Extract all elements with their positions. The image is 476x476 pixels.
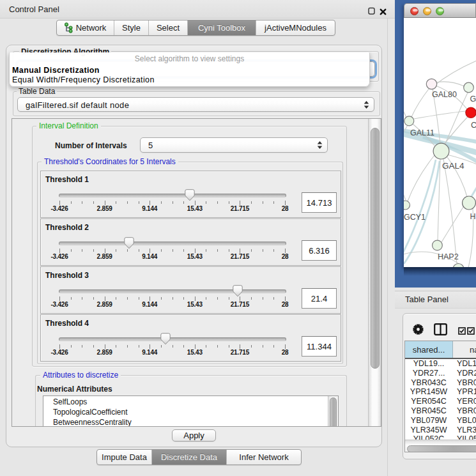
close-panel-icon[interactable] [380,6,387,18]
network-node-label: C [471,121,476,130]
tab-jactivemnodules[interactable]: jActiveMNodules [256,20,335,35]
slider-tick [240,249,240,253]
zoom-window-icon[interactable] [436,7,444,15]
table-horizontal-scrollbar[interactable] [405,440,476,452]
slider-track[interactable] [59,242,286,245]
gear-icon[interactable] [413,324,424,337]
attribute-item[interactable]: TopologicalCoefficient [53,408,128,417]
slider-tick [285,249,286,253]
H-node[interactable] [463,196,476,210]
slider-tick [273,201,274,204]
slider-tick-label: 28 [282,301,289,308]
slider-tick-label: 21.715 [231,205,249,212]
HAP2-node[interactable] [433,240,443,250]
table-row[interactable]: YDR27...YDR277C [405,369,476,378]
threshold-panel: Threshold 1-3.4262.8599.14415.4321.71528… [40,171,341,218]
table-header-row: shared... name [405,341,476,359]
slider-thumb[interactable] [185,189,195,204]
slider-tick [82,249,82,252]
red-node[interactable] [466,107,476,118]
slider-tick-label: -3.426 [50,349,68,356]
checkbox-checked-icon[interactable] [458,326,466,337]
network-node-label: GAL4 [442,161,464,171]
attribute-item[interactable]: SelfLoops [53,397,87,406]
number-of-intervals-combobox[interactable]: 5 [140,137,328,153]
GCY1-node[interactable] [404,201,410,210]
table-header-shared-name[interactable]: shared... [405,341,453,358]
GAL11-node[interactable] [404,116,414,126]
slider-tick [116,345,116,348]
table-header-name[interactable]: name [453,341,476,358]
slider-thumb[interactable] [160,333,171,348]
GAL-top-node[interactable] [464,82,474,93]
settings-vertical-scrollbar[interactable] [368,119,381,426]
network-edge[interactable] [404,109,406,118]
slider-tick [161,249,162,252]
network-edge[interactable] [404,192,406,200]
attribute-item[interactable]: BetweennessCentrality [53,418,132,427]
network-edge[interactable] [443,159,457,264]
attributes-list-scrollbar-thumb[interactable] [330,397,337,427]
algorithm-popup-item[interactable]: Manual Discretization [12,66,100,75]
network-node-label: GAL80 [432,90,457,99]
slider-tick-label: 28 [282,253,289,260]
slider-track[interactable] [59,289,286,293]
table-data-combobox[interactable]: galFiltered.sif default node [17,97,374,112]
algorithm-popup-item[interactable]: Equal Width/Frequency Discretization [12,75,155,84]
close-window-icon[interactable] [410,7,418,15]
table-row[interactable]: YBR045CYBR045C [405,406,476,416]
table-panel-card: shared... name YDL19...YDL194WYDR27...YD… [403,313,476,459]
threshold-value-field[interactable]: 14.713 [302,192,337,213]
settings-vertical-scrollbar-thumb[interactable] [371,128,380,369]
table-row[interactable]: YPR145WYPR145W [405,387,476,397]
tab-impute-data[interactable]: Impute Data [97,450,151,464]
slider-tick [217,201,218,204]
tab-discretize-data[interactable]: Discretize Data [151,450,226,464]
apply-button[interactable]: Apply [172,429,216,441]
tab-label: Select [157,23,180,33]
checkbox-checked-icon[interactable] [467,326,475,337]
table-cell-shared-name: YDL19... [405,359,452,368]
table-cell-shared-name: YBR045C [405,406,452,415]
minimize-window-icon[interactable] [423,7,431,15]
table-horizontal-scrollbar-thumb[interactable] [407,445,476,452]
network-edge[interactable] [441,207,463,242]
network-edge[interactable] [414,111,466,119]
slider-tick [173,297,173,300]
table-row[interactable]: YLR345WYLR345W [405,426,476,435]
slider-thumb[interactable] [233,285,243,300]
tab-select[interactable]: Select [148,20,187,35]
network-canvas[interactable]: GAL80GACGAL11GAL4GCY1HHAP2 [404,18,476,267]
network-edge[interactable] [411,88,429,117]
table-cell-shared-name: YBR043C [405,378,452,387]
GAL80-node[interactable] [426,79,436,89]
slider-track[interactable] [59,194,286,197]
tab-cyni-toolbox[interactable]: Cyni Toolbox [187,20,256,35]
attributes-list-scrollbar[interactable] [328,396,338,427]
network-edge[interactable] [436,82,464,86]
table-row[interactable]: YER054CYER054C [405,397,476,406]
network-tree-icon [65,22,73,33]
table-cell-name: YBR045C [457,406,476,415]
threshold-value-field[interactable]: 6.316 [302,240,337,261]
tab-label: Cyni Toolbox [198,23,245,33]
combo-stepper-icon [364,101,369,109]
float-panel-icon[interactable] [368,6,375,17]
threshold-value-field[interactable]: 11.344 [302,336,337,357]
numerical-attributes-list[interactable]: SelfLoopsTopologicalCoefficientBetweenne… [43,395,339,427]
tab-style[interactable]: Style [114,20,148,35]
threshold-value: 6.316 [302,246,336,256]
slider-thumb[interactable] [124,237,134,252]
algorithm-placeholder-item[interactable]: Select algorithm to view settings [10,54,369,63]
table-row[interactable]: YDL19...YDL194W [405,359,476,369]
threshold-value-field[interactable]: 21.4 [302,288,337,309]
split-columns-icon[interactable] [434,323,447,338]
tab-infer-network[interactable]: Infer Network [226,450,301,464]
tab-network[interactable]: Network [57,20,114,35]
table-row[interactable]: YBR043CYBR043C [405,378,476,388]
tab-label: Network [76,23,107,33]
table-row[interactable]: YBL079WYBL079W [405,416,476,426]
GAL4-node[interactable] [433,143,449,159]
slider-track[interactable] [59,337,286,341]
tab-label: Infer Network [239,452,288,462]
